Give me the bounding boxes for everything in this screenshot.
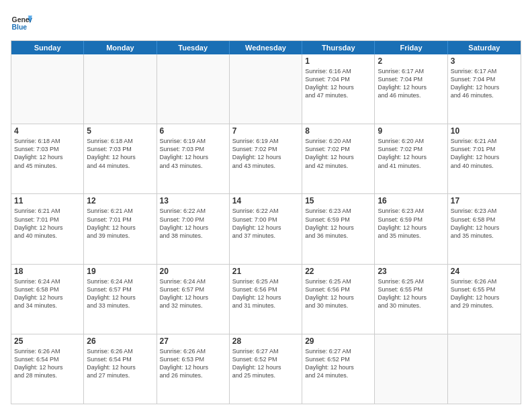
day-number: 11 — [14, 196, 81, 205]
day-info: Sunrise: 6:17 AM Sunset: 7:04 PM Dayligh… — [451, 67, 518, 100]
day-number: 3 — [451, 56, 518, 66]
calendar-cell: 14Sunrise: 6:22 AM Sunset: 7:00 PM Dayli… — [230, 194, 302, 263]
calendar-body: 1Sunrise: 6:16 AM Sunset: 7:04 PM Daylig… — [11, 54, 521, 404]
calendar-cell — [84, 54, 157, 124]
calendar-row: 11Sunrise: 6:21 AM Sunset: 7:01 PM Dayli… — [11, 193, 521, 263]
calendar-cell: 29Sunrise: 6:27 AM Sunset: 6:52 PM Dayli… — [302, 334, 375, 404]
day-info: Sunrise: 6:20 AM Sunset: 7:02 PM Dayligh… — [305, 137, 371, 170]
calendar-cell: 20Sunrise: 6:24 AM Sunset: 6:57 PM Dayli… — [157, 265, 230, 334]
calendar-cell: 3Sunrise: 6:17 AM Sunset: 7:04 PM Daylig… — [448, 54, 521, 124]
day-info: Sunrise: 6:20 AM Sunset: 7:02 PM Dayligh… — [378, 137, 444, 170]
day-info: Sunrise: 6:23 AM Sunset: 6:59 PM Dayligh… — [305, 207, 371, 240]
calendar-cell: 27Sunrise: 6:26 AM Sunset: 6:53 PM Dayli… — [157, 334, 230, 404]
day-number: 9 — [378, 126, 444, 136]
calendar-cell: 21Sunrise: 6:25 AM Sunset: 6:56 PM Dayli… — [230, 265, 302, 334]
day-number: 26 — [87, 336, 153, 346]
day-number: 22 — [305, 267, 371, 276]
calendar-cell: 25Sunrise: 6:26 AM Sunset: 6:54 PM Dayli… — [11, 334, 84, 404]
day-info: Sunrise: 6:25 AM Sunset: 6:56 PM Dayligh… — [232, 277, 299, 310]
day-info: Sunrise: 6:23 AM Sunset: 6:59 PM Dayligh… — [378, 207, 444, 240]
calendar-cell: 8Sunrise: 6:20 AM Sunset: 7:02 PM Daylig… — [302, 124, 375, 193]
calendar-row: 1Sunrise: 6:16 AM Sunset: 7:04 PM Daylig… — [11, 54, 521, 124]
day-number: 2 — [378, 56, 444, 66]
day-info: Sunrise: 6:18 AM Sunset: 7:03 PM Dayligh… — [14, 137, 81, 170]
calendar-cell — [230, 54, 302, 124]
day-info: Sunrise: 6:19 AM Sunset: 7:03 PM Dayligh… — [160, 137, 226, 170]
calendar-cell — [11, 54, 84, 124]
day-info: Sunrise: 6:21 AM Sunset: 7:01 PM Dayligh… — [451, 137, 518, 170]
day-info: Sunrise: 6:24 AM Sunset: 6:57 PM Dayligh… — [87, 277, 153, 310]
day-info: Sunrise: 6:21 AM Sunset: 7:01 PM Dayligh… — [87, 207, 153, 240]
calendar-cell: 17Sunrise: 6:23 AM Sunset: 6:58 PM Dayli… — [448, 194, 521, 263]
day-info: Sunrise: 6:26 AM Sunset: 6:53 PM Dayligh… — [160, 347, 226, 380]
day-info: Sunrise: 6:21 AM Sunset: 7:01 PM Dayligh… — [14, 207, 81, 240]
day-info: Sunrise: 6:24 AM Sunset: 6:58 PM Dayligh… — [14, 277, 81, 310]
calendar-row: 18Sunrise: 6:24 AM Sunset: 6:58 PM Dayli… — [11, 264, 521, 334]
calendar-cell — [448, 334, 521, 404]
day-info: Sunrise: 6:19 AM Sunset: 7:02 PM Dayligh… — [232, 137, 299, 170]
calendar-cell: 13Sunrise: 6:22 AM Sunset: 7:00 PM Dayli… — [157, 194, 230, 263]
calendar-row: 25Sunrise: 6:26 AM Sunset: 6:54 PM Dayli… — [11, 334, 521, 404]
weekday-header: Monday — [84, 41, 157, 54]
calendar-cell: 11Sunrise: 6:21 AM Sunset: 7:01 PM Dayli… — [11, 194, 84, 263]
calendar: SundayMondayTuesdayWednesdayThursdayFrid… — [11, 40, 521, 404]
day-info: Sunrise: 6:17 AM Sunset: 7:04 PM Dayligh… — [378, 67, 444, 100]
calendar-cell: 26Sunrise: 6:26 AM Sunset: 6:54 PM Dayli… — [84, 334, 157, 404]
day-info: Sunrise: 6:26 AM Sunset: 6:54 PM Dayligh… — [87, 347, 153, 380]
day-info: Sunrise: 6:22 AM Sunset: 7:00 PM Dayligh… — [232, 207, 299, 240]
day-number: 12 — [87, 196, 153, 205]
weekday-header: Thursday — [302, 41, 375, 54]
day-number: 5 — [87, 126, 153, 136]
calendar-cell: 4Sunrise: 6:18 AM Sunset: 7:03 PM Daylig… — [11, 124, 84, 193]
calendar-cell: 9Sunrise: 6:20 AM Sunset: 7:02 PM Daylig… — [375, 124, 447, 193]
weekday-header: Sunday — [11, 41, 84, 54]
weekday-header: Saturday — [448, 41, 521, 54]
day-number: 18 — [14, 267, 81, 276]
calendar-row: 4Sunrise: 6:18 AM Sunset: 7:03 PM Daylig… — [11, 124, 521, 193]
day-info: Sunrise: 6:25 AM Sunset: 6:55 PM Dayligh… — [378, 277, 444, 310]
page: General Blue SundayMondayTuesdayWednesda… — [0, 0, 532, 411]
svg-text:Blue: Blue — [12, 24, 28, 31]
day-number: 25 — [14, 336, 81, 346]
calendar-cell: 5Sunrise: 6:18 AM Sunset: 7:03 PM Daylig… — [84, 124, 157, 193]
calendar-cell: 12Sunrise: 6:21 AM Sunset: 7:01 PM Dayli… — [84, 194, 157, 263]
day-number: 23 — [378, 267, 444, 276]
calendar-cell — [157, 54, 230, 124]
day-number: 24 — [451, 267, 518, 276]
day-number: 14 — [232, 196, 299, 205]
day-info: Sunrise: 6:27 AM Sunset: 6:52 PM Dayligh… — [305, 347, 371, 380]
day-number: 8 — [305, 126, 371, 136]
calendar-cell — [375, 334, 447, 404]
day-number: 28 — [232, 336, 299, 346]
day-number: 4 — [14, 126, 81, 136]
day-number: 17 — [451, 196, 518, 205]
calendar-cell: 24Sunrise: 6:26 AM Sunset: 6:55 PM Dayli… — [448, 265, 521, 334]
calendar-cell: 18Sunrise: 6:24 AM Sunset: 6:58 PM Dayli… — [11, 265, 84, 334]
header: General Blue — [11, 11, 521, 35]
day-number: 1 — [305, 56, 371, 66]
day-number: 13 — [160, 196, 226, 205]
calendar-cell: 2Sunrise: 6:17 AM Sunset: 7:04 PM Daylig… — [375, 54, 447, 124]
day-number: 10 — [451, 126, 518, 136]
logo-icon: General Blue — [11, 13, 32, 35]
calendar-cell: 22Sunrise: 6:25 AM Sunset: 6:56 PM Dayli… — [302, 265, 375, 334]
day-info: Sunrise: 6:23 AM Sunset: 6:58 PM Dayligh… — [451, 207, 518, 240]
weekday-header: Friday — [375, 41, 447, 54]
day-info: Sunrise: 6:27 AM Sunset: 6:52 PM Dayligh… — [232, 347, 299, 380]
day-info: Sunrise: 6:26 AM Sunset: 6:55 PM Dayligh… — [451, 277, 518, 310]
calendar-cell: 28Sunrise: 6:27 AM Sunset: 6:52 PM Dayli… — [230, 334, 302, 404]
day-info: Sunrise: 6:18 AM Sunset: 7:03 PM Dayligh… — [87, 137, 153, 170]
day-number: 27 — [160, 336, 226, 346]
weekday-header: Wednesday — [230, 41, 302, 54]
calendar-cell: 15Sunrise: 6:23 AM Sunset: 6:59 PM Dayli… — [302, 194, 375, 263]
calendar-cell: 23Sunrise: 6:25 AM Sunset: 6:55 PM Dayli… — [375, 265, 447, 334]
weekday-header: Tuesday — [157, 41, 230, 54]
day-number: 19 — [87, 267, 153, 276]
day-info: Sunrise: 6:26 AM Sunset: 6:54 PM Dayligh… — [14, 347, 81, 380]
calendar-cell: 19Sunrise: 6:24 AM Sunset: 6:57 PM Dayli… — [84, 265, 157, 334]
day-number: 29 — [305, 336, 371, 346]
day-number: 16 — [378, 196, 444, 205]
calendar-header: SundayMondayTuesdayWednesdayThursdayFrid… — [11, 41, 521, 54]
day-number: 15 — [305, 196, 371, 205]
calendar-cell: 10Sunrise: 6:21 AM Sunset: 7:01 PM Dayli… — [448, 124, 521, 193]
